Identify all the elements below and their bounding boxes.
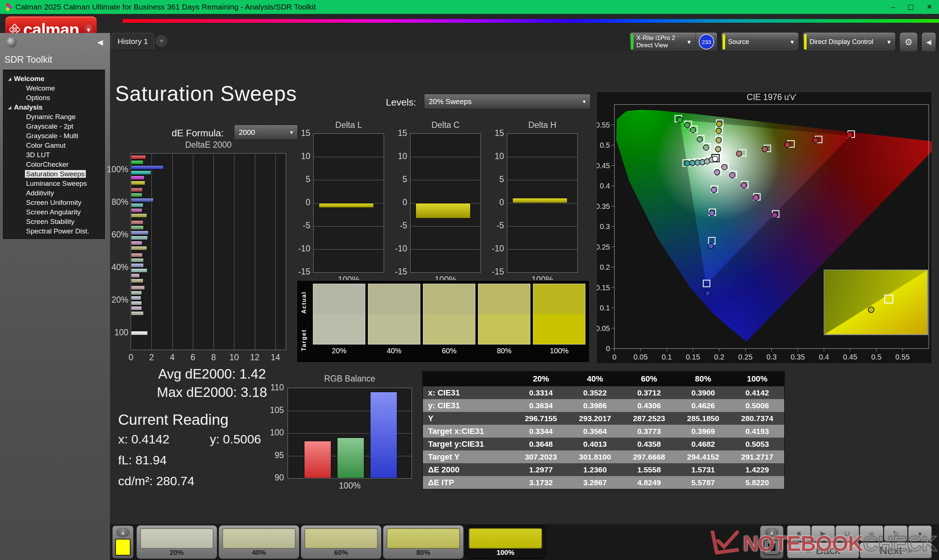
back-button[interactable]: «Back: [787, 542, 859, 558]
tree-item-label: Screen Stability: [25, 218, 76, 225]
swatch-caption: 80%: [478, 347, 530, 355]
display-control-dropdown[interactable]: Direct Display Control ▼: [803, 32, 896, 51]
sidebar-item-welcome[interactable]: Welcome: [4, 83, 104, 93]
current-color-swatch[interactable]: [115, 539, 131, 555]
dot-button[interactable]: ●: [908, 526, 932, 541]
sweep-button-100%[interactable]: 100%: [465, 525, 546, 559]
deltae-bar-20%: [131, 301, 142, 305]
source-dropdown[interactable]: Source ▼: [721, 32, 799, 51]
refresh-button[interactable]: ↻: [884, 526, 907, 541]
play-button[interactable]: ▶: [811, 526, 835, 541]
svg-text:0.45: 0.45: [597, 162, 610, 170]
deltae-bar-80%: [131, 193, 142, 197]
meter-dropdown[interactable]: X-Rite i1Pro 2 Direct View ▼ 233: [629, 32, 717, 51]
meter-count-container: 233: [695, 32, 717, 51]
stop-pattern-button[interactable]: [763, 539, 780, 555]
table-cell: 0.3314: [514, 388, 568, 397]
delta-gridline: [314, 226, 384, 226]
table-cell: 0.5053: [730, 440, 784, 449]
sidebar-item-saturation-sweeps[interactable]: Saturation Sweeps: [4, 169, 104, 179]
sidebar-item-3d-lut[interactable]: 3D LUT: [4, 150, 104, 160]
sidebar-item-options[interactable]: Options: [4, 93, 104, 103]
sidebar-item-spectral-power-dist-[interactable]: Spectral Power Dist.: [4, 226, 104, 236]
tab-history-1[interactable]: History 1: [111, 33, 154, 49]
tree-item-label: Saturation Sweeps: [25, 170, 86, 178]
deltae-bar-80%: [131, 198, 154, 202]
bottom-bar: ▲ 20%40%60%80%100% ▲ ■▶⊔∞↻●«BackNext» NO…: [110, 524, 939, 560]
chevron-down-icon: ▼: [886, 39, 892, 45]
sidebar-item-screen-angularity[interactable]: Screen Angularity: [4, 208, 104, 217]
sweep-button-80%[interactable]: 80%: [383, 525, 464, 559]
table-cell: 1.5558: [622, 465, 676, 474]
sidebar-item-grayscale-2pt[interactable]: Grayscale - 2pt: [4, 122, 104, 131]
sidebar-item-screen-stability[interactable]: Screen Stability: [4, 217, 104, 226]
sidebar-item-dynamic-range[interactable]: Dynamic Range: [4, 112, 104, 122]
table-cell: 0.4358: [622, 440, 676, 449]
delta-ytick: 5: [486, 174, 504, 185]
panel-collapse-button[interactable]: ◀: [921, 32, 936, 52]
tree-item-label: 3D LUT: [25, 151, 51, 159]
delta-gridline: [507, 226, 577, 226]
current-y: y: 0.5006: [210, 432, 261, 446]
sidebar-item-screen-uniformity[interactable]: Screen Uniformity: [4, 198, 104, 208]
delta-ytick: 15: [486, 128, 504, 138]
add-tab-button[interactable]: +: [156, 35, 167, 47]
levels-dropdown[interactable]: 20% Sweeps ▼: [424, 94, 591, 109]
deltae-bar-40%: [131, 258, 144, 262]
table-cell: 287.2523: [622, 414, 676, 423]
svg-text:0.3: 0.3: [766, 353, 777, 361]
table-row: ΔE ITP3.17323.28674.82495.57875.8220: [423, 476, 784, 489]
deltae-bar-40%: [131, 268, 148, 273]
sidebar-item-luminance-sweeps[interactable]: Luminance Sweeps: [4, 179, 104, 188]
close-icon[interactable]: ✕: [927, 0, 933, 14]
svg-text:0.2: 0.2: [714, 353, 725, 361]
minimize-icon[interactable]: –: [891, 0, 895, 14]
table-cell: 0.4142: [730, 388, 784, 397]
delta-chart-title: Delta C: [410, 120, 481, 130]
maximize-icon[interactable]: ▢: [907, 0, 914, 14]
sidebar-item-additivity[interactable]: Additivity: [4, 188, 104, 198]
table-row-label: y: CIE31: [423, 401, 514, 411]
chevron-down-icon: ▼: [686, 39, 692, 45]
tree-item-label: Screen Angularity: [25, 208, 82, 216]
deltae-bar-60%: [131, 231, 148, 235]
up-arrow-icon[interactable]: ▲: [765, 528, 778, 537]
sphere-icon[interactable]: [6, 37, 17, 48]
sidebar-item-analysis[interactable]: ◢Analysis: [4, 103, 104, 112]
table-row: Target x:CIE310.33440.35640.37730.39690.…: [423, 425, 784, 438]
target-swatch: [313, 314, 365, 344]
infinity-button[interactable]: ∞: [860, 526, 883, 541]
read-button[interactable]: ⊔: [836, 526, 859, 541]
table-cell: 0.4306: [622, 401, 676, 410]
de-formula-dropdown[interactable]: 2000 ▼: [234, 125, 298, 140]
sweep-swatch: [387, 528, 460, 549]
sidebar-item-grayscale-multi[interactable]: Grayscale - Multi: [4, 131, 104, 141]
table-row: Y296.7155293.2017287.2523285.1850280.737…: [423, 412, 784, 425]
swatch-column-100%: 100%: [533, 284, 585, 359]
chevron-down-icon: ▼: [582, 99, 586, 105]
stop-button[interactable]: ■: [787, 526, 811, 541]
stop-icon: ■: [797, 529, 801, 538]
sweep-button-60%[interactable]: 60%: [301, 525, 381, 559]
sidebar-collapse-button[interactable]: ◀: [94, 37, 106, 48]
settings-button[interactable]: ⚙: [899, 32, 918, 52]
sweep-button-40%[interactable]: 40%: [219, 525, 299, 559]
sidebar-item-color-gamut[interactable]: Color Gamut: [4, 141, 104, 150]
sidebar-item-colorchecker[interactable]: ColorChecker: [4, 160, 104, 169]
sweep-button-20%[interactable]: 20%: [136, 525, 217, 559]
sidebar-item-welcome[interactable]: ◢Welcome: [4, 74, 104, 83]
deltae-xtick: 14: [271, 352, 280, 363]
delta-ytick: 5: [390, 174, 407, 185]
deltae-bar-40%: [131, 263, 144, 268]
next-button[interactable]: Next»: [860, 542, 932, 558]
delta-ytick: 5: [293, 174, 310, 185]
delta-ytick: 15: [390, 128, 407, 138]
delta-ytick: 0: [486, 197, 504, 208]
sweep-swatch: [222, 528, 296, 549]
up-arrow-icon[interactable]: ▲: [116, 528, 130, 537]
rgb-bar-blue: [370, 392, 397, 478]
actual-swatch: [313, 284, 365, 314]
table-row-label: x: CIE31: [423, 388, 514, 398]
dot-icon: ●: [918, 529, 922, 538]
svg-text:0.35: 0.35: [791, 353, 805, 361]
